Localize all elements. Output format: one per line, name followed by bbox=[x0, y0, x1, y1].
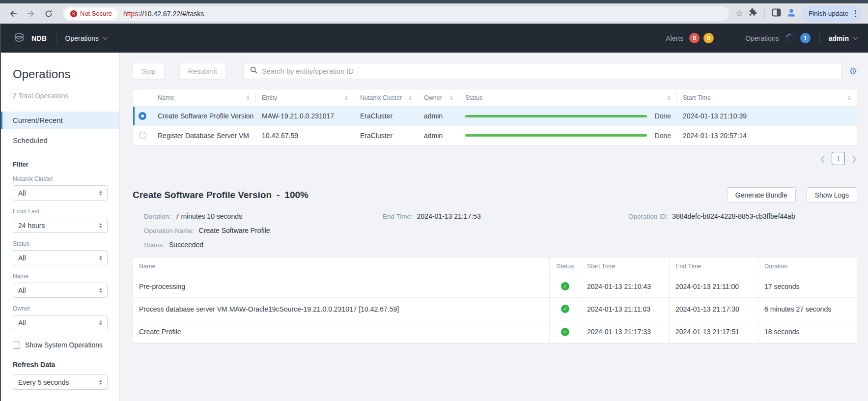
refresh-interval-value: Every 5 seconds bbox=[18, 378, 69, 386]
from-last-value: 24 hours bbox=[18, 222, 45, 229]
finish-update-button[interactable]: Finish update bbox=[802, 6, 862, 22]
nutanix-cluster-select[interactable]: All bbox=[13, 185, 108, 200]
steps-column-name: Name bbox=[133, 258, 550, 275]
sort-icon[interactable] bbox=[848, 95, 851, 100]
column-header-name[interactable]: Name bbox=[152, 93, 256, 103]
step-name: Pre-processing bbox=[133, 275, 550, 297]
steps-column-end: End Time bbox=[670, 258, 758, 275]
pagination: ❮ 1 ❯ bbox=[133, 152, 857, 165]
generate-bundle-button[interactable]: Generate Bundle bbox=[727, 187, 796, 202]
reload-icon[interactable] bbox=[41, 6, 56, 21]
brand-name: NDB bbox=[31, 34, 47, 42]
browser-toolbar: ✕ Not Secure https://10.42.67.22/#/tasks… bbox=[0, 3, 868, 24]
column-header-cluster[interactable]: Nutanix Cluster bbox=[354, 93, 418, 103]
filter-label-from-last: From Last bbox=[13, 208, 108, 215]
op-start-time: 2024-01-13 21:10:39 bbox=[677, 112, 857, 120]
navbar-divider bbox=[56, 32, 56, 44]
forward-icon[interactable] bbox=[24, 6, 38, 21]
column-header-start-time[interactable]: Start Time bbox=[677, 93, 857, 103]
alerts-label[interactable]: Alerts bbox=[666, 34, 683, 42]
owner-select[interactable]: All bbox=[13, 315, 108, 330]
side-panel-icon[interactable] bbox=[772, 8, 781, 19]
name-select[interactable]: All bbox=[13, 283, 108, 298]
refresh-data-heading: Refresh Data bbox=[13, 361, 108, 369]
op-status-cell: Done bbox=[459, 112, 677, 120]
user-menu[interactable]: admin bbox=[829, 34, 856, 42]
sort-icon[interactable] bbox=[409, 95, 412, 100]
gear-icon[interactable]: ⚙ bbox=[849, 67, 857, 76]
column-header-status[interactable]: Status bbox=[459, 93, 677, 103]
operation-detail-panel: Create Software Profile Version - 100% G… bbox=[133, 187, 857, 344]
field-label: End Time: bbox=[383, 213, 413, 220]
field-label: Duration: bbox=[144, 213, 171, 220]
stop-button[interactable]: Stop bbox=[133, 63, 165, 79]
select-stepper-icon bbox=[99, 223, 102, 228]
status-select[interactable]: All bbox=[13, 250, 108, 265]
sort-icon[interactable] bbox=[247, 95, 250, 100]
steps-table: Name Status Start Time End Time Duration… bbox=[133, 257, 857, 344]
row-radio[interactable] bbox=[139, 132, 146, 139]
url-text: https://10.42.67.22/#/tasks bbox=[123, 10, 204, 18]
column-header-entity[interactable]: Entity bbox=[256, 93, 354, 103]
from-last-select[interactable]: 24 hours bbox=[13, 218, 108, 233]
sort-icon[interactable] bbox=[345, 95, 348, 100]
step-status-cell: ✓ bbox=[550, 320, 581, 343]
alerts-critical-badge[interactable]: 0 bbox=[689, 33, 700, 43]
refresh-interval-select[interactable]: Every 5 seconds bbox=[13, 374, 108, 390]
column-label: Nutanix Cluster bbox=[360, 94, 402, 101]
field-value: Create Software Profile bbox=[199, 227, 270, 234]
step-row: Pre-processing ✓ 2024-01-13 21:10:43 202… bbox=[133, 275, 857, 298]
back-icon[interactable] bbox=[6, 6, 21, 21]
sort-icon[interactable] bbox=[450, 95, 453, 100]
sort-icon[interactable] bbox=[668, 95, 671, 100]
success-check-icon: ✓ bbox=[561, 305, 569, 313]
column-header-owner[interactable]: Owner bbox=[418, 93, 459, 103]
step-name: Process database server VM MAW-Oracle19c… bbox=[133, 298, 550, 320]
column-label: Entity bbox=[262, 94, 277, 101]
op-cluster: EraCluster bbox=[354, 112, 418, 120]
show-system-checkbox[interactable] bbox=[13, 342, 20, 349]
nav-menu-operations[interactable]: Operations bbox=[65, 34, 106, 42]
field-status: Status: Succeeded bbox=[144, 241, 857, 249]
app-navbar: NDB Operations Alerts 0 0 Operations 1 a… bbox=[1, 24, 868, 53]
page-number[interactable]: 1 bbox=[832, 152, 845, 165]
resubmit-button[interactable]: Resubmit bbox=[179, 63, 226, 79]
operations-count-badge[interactable]: 1 bbox=[800, 33, 811, 43]
bookmark-star-icon[interactable]: ☆ bbox=[736, 8, 743, 19]
step-duration: 18 seconds bbox=[758, 320, 857, 343]
step-start: 2024-01-13 21:11:03 bbox=[581, 298, 670, 320]
step-end: 2024-01-13 21:17:51 bbox=[670, 320, 758, 343]
show-logs-button[interactable]: Show Logs bbox=[807, 187, 857, 202]
not-secure-chip[interactable]: ✕ Not Secure bbox=[65, 8, 117, 20]
navbar-divider-2 bbox=[819, 32, 820, 44]
search-input[interactable] bbox=[262, 67, 836, 75]
field-value: 7 minutes 10 seconds bbox=[175, 212, 242, 220]
operations-counter-label[interactable]: Operations bbox=[745, 34, 779, 42]
detail-fields: Duration: 7 minutes 10 seconds End Time:… bbox=[144, 212, 857, 249]
kebab-menu-icon[interactable] bbox=[853, 10, 858, 17]
row-radio-selected[interactable] bbox=[139, 112, 146, 120]
step-start: 2024-01-13 21:10:43 bbox=[581, 275, 670, 297]
field-duration: Duration: 7 minutes 10 seconds bbox=[144, 212, 383, 220]
step-duration: 17 seconds bbox=[758, 275, 857, 297]
table-row[interactable]: Create Software Profile Version MAW-19.2… bbox=[133, 107, 857, 126]
page-prev-icon[interactable]: ❮ bbox=[820, 154, 826, 163]
extensions-icon[interactable] bbox=[748, 8, 757, 19]
field-label: Operation Name: bbox=[144, 227, 195, 234]
field-value: 3884defc-b824-4228-8853-cb3ffbef44ab bbox=[672, 212, 795, 220]
op-start-time: 2024-01-13 20:57:14 bbox=[677, 132, 857, 140]
page-next-icon[interactable]: ❯ bbox=[851, 154, 857, 163]
sidebar-item-scheduled[interactable]: Scheduled bbox=[1, 132, 119, 149]
filter-label-owner: Owner bbox=[13, 305, 108, 312]
status-value: All bbox=[18, 254, 26, 262]
address-bar[interactable]: ✕ Not Secure https://10.42.67.22/#/tasks bbox=[63, 6, 729, 21]
alerts-warning-badge[interactable]: 0 bbox=[703, 33, 714, 43]
column-label: Start Time bbox=[683, 94, 711, 101]
profile-icon[interactable] bbox=[786, 7, 797, 20]
search-icon bbox=[250, 66, 257, 76]
not-secure-label: Not Secure bbox=[80, 10, 112, 17]
main-content: Stop Resubmit ⚙ Name Entity Nutanix Clus… bbox=[120, 53, 868, 401]
url-rest: ://10.42.67.22/#/tasks bbox=[138, 10, 204, 18]
sidebar-item-current-recent[interactable]: Current/Recent bbox=[1, 112, 119, 129]
table-row[interactable]: Register Database Server VM 10.42.67.59 … bbox=[133, 126, 857, 145]
